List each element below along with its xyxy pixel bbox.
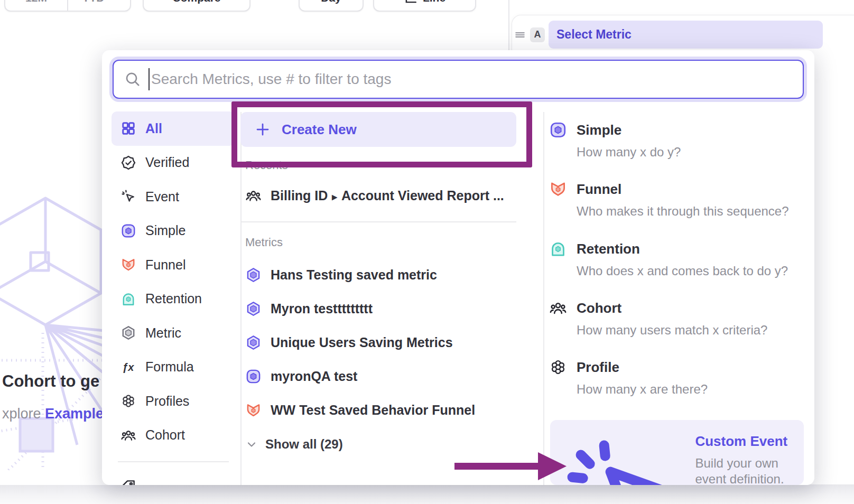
chart-type-line-button[interactable]: Line — [373, 0, 476, 12]
range-ytd-button[interactable]: YTD — [67, 0, 130, 11]
metric-name: Hans Testing saved metric — [271, 267, 437, 283]
funnel-icon — [549, 180, 567, 198]
day-label: Day — [321, 0, 341, 4]
verified-seal-icon — [120, 155, 136, 171]
breadcrumb-arrow: ▸ — [332, 191, 337, 202]
sidebar-item-formula[interactable]: ƒx Formula — [112, 350, 235, 385]
sidebar-divider — [118, 461, 229, 462]
custom-event-highlight: Custom Event Build your own event defini… — [550, 420, 804, 485]
sidebar-label: Metric — [145, 325, 181, 341]
type-funnel[interactable]: Funnel Who makes it through this sequenc… — [549, 180, 797, 219]
metric-list-item[interactable]: WW Test Saved Behavior Funnel — [240, 394, 521, 427]
type-simple[interactable]: Simple How many x do y? — [549, 120, 797, 160]
sidebar-label: All — [145, 121, 162, 136]
tag-icon — [120, 479, 136, 485]
metric-row-a: A Select Metric — [514, 21, 823, 49]
custom-event-icon — [559, 432, 685, 485]
sidebar-item-retention[interactable]: Retention — [112, 282, 235, 316]
saved-metric-hexagon-icon — [245, 334, 262, 351]
simple-icon — [549, 121, 567, 139]
sidebar-label: Verified — [145, 155, 189, 170]
type-cohort[interactable]: Cohort How many users match x criteria? — [549, 298, 797, 338]
cohort-icon — [549, 299, 567, 317]
svg-text:ƒx: ƒx — [122, 361, 134, 373]
sidebar-item-profiles[interactable]: Profiles — [112, 384, 235, 418]
drag-handle-icon[interactable] — [514, 29, 527, 41]
simple-icon — [245, 368, 262, 385]
type-custom-event[interactable]: Custom Event Build your own event defini… — [559, 432, 791, 485]
type-desc: Who makes it through this sequence? — [577, 203, 789, 219]
type-title: Retention — [577, 239, 788, 258]
type-profile[interactable]: Profile How many x are there? — [549, 358, 797, 397]
recent-item[interactable]: Billing ID▸Account Viewed Report ... — [240, 184, 521, 207]
granularity-day-button[interactable]: Day — [299, 0, 364, 12]
saved-metric-hexagon-icon — [245, 301, 262, 317]
sidebar-label: Simple — [145, 223, 185, 238]
example-link[interactable]: Example — [45, 406, 104, 422]
metric-picker-screen: 12M YTD Compare Day Line Cohort to ge xp… — [0, 0, 854, 504]
recents-heading: Recents — [240, 158, 521, 172]
line-label: Line — [423, 0, 445, 4]
type-title: Profile — [577, 358, 708, 377]
type-desc: Who does x and comes back to do y? — [577, 263, 788, 279]
metric-list-item[interactable]: myronQA test — [240, 360, 521, 394]
funnel-icon — [120, 257, 136, 273]
type-desc: Build your own event definition. — [695, 455, 791, 485]
cohort-icon — [245, 188, 262, 204]
chevron-down-icon — [108, 0, 116, 2]
sidebar-item-simple[interactable]: Simple — [112, 214, 235, 248]
type-desc: How many x are there? — [577, 381, 708, 397]
create-new-button[interactable]: Create New — [240, 112, 516, 147]
metric-name: Myron testtttttttt — [271, 301, 373, 316]
sidebar-item-all[interactable]: All — [112, 111, 235, 146]
select-metric-label: Select Metric — [556, 27, 632, 42]
canvas-link-prefix: xplore — [2, 406, 45, 422]
profiles-icon — [120, 393, 136, 409]
grid-icon — [120, 120, 136, 136]
search-icon — [124, 71, 141, 88]
type-title: Custom Event — [695, 432, 791, 451]
recent-item-label: Billing ID▸Account Viewed Report ... — [271, 188, 504, 203]
sidebar-item-event[interactable]: Event — [112, 180, 235, 214]
show-all-toggle[interactable]: Show all (29) — [240, 434, 521, 455]
sidebar-item-funnel[interactable]: Funnel — [112, 248, 235, 282]
metric-list-item[interactable]: Myron testtttttttt — [240, 292, 521, 326]
event-cursor-icon — [120, 189, 136, 204]
plus-icon — [255, 122, 271, 137]
range-12m-button[interactable]: 12M — [5, 0, 67, 11]
metric-name: WW Test Saved Behavior Funnel — [271, 403, 475, 418]
sidebar-item-verified[interactable]: Verified — [112, 146, 235, 180]
sidebar-item-tags-partial[interactable] — [112, 470, 235, 486]
compare-button[interactable]: Compare — [143, 0, 250, 12]
simple-icon — [120, 223, 136, 239]
metric-list-item[interactable]: Hans Testing saved metric — [240, 258, 521, 292]
metric-picker-dropdown: All Verified Event Simple Funnel Retenti… — [102, 50, 814, 485]
profiles-icon — [549, 358, 567, 376]
section-divider — [240, 221, 516, 222]
metric-list-column: Create New Recents Billing ID▸Account Vi… — [240, 112, 521, 455]
select-metric-field[interactable]: Select Metric — [549, 21, 823, 49]
canvas-headline: Cohort to ge — [2, 372, 99, 391]
sidebar-item-cohort[interactable]: Cohort — [112, 418, 235, 453]
type-retention[interactable]: Retention Who does x and comes back to d… — [549, 239, 797, 279]
sidebar-label: Profiles — [145, 394, 189, 409]
range-12m-label: 12M — [25, 0, 47, 4]
bottom-page-strip — [0, 485, 854, 504]
saved-metric-hexagon-icon — [245, 267, 262, 283]
retention-icon — [549, 240, 567, 258]
sidebar-label: Funnel — [145, 257, 185, 273]
metric-list-item[interactable]: Unique Users Saving Metrics — [240, 326, 521, 360]
type-desc: How many x do y? — [577, 144, 681, 160]
formula-icon: ƒx — [120, 359, 136, 375]
funnel-icon — [245, 402, 262, 418]
metric-hexagon-icon — [120, 325, 136, 341]
metric-name: Unique Users Saving Metrics — [271, 335, 453, 350]
type-title: Funnel — [577, 180, 789, 199]
category-sidebar: All Verified Event Simple Funnel Retenti… — [112, 111, 235, 485]
type-title: Cohort — [577, 298, 767, 318]
sidebar-label: Formula — [145, 359, 194, 375]
chevron-down-icon — [245, 438, 258, 451]
type-title: Simple — [577, 120, 681, 139]
metrics-heading: Metrics — [240, 236, 521, 249]
sidebar-item-metric[interactable]: Metric — [112, 316, 235, 350]
